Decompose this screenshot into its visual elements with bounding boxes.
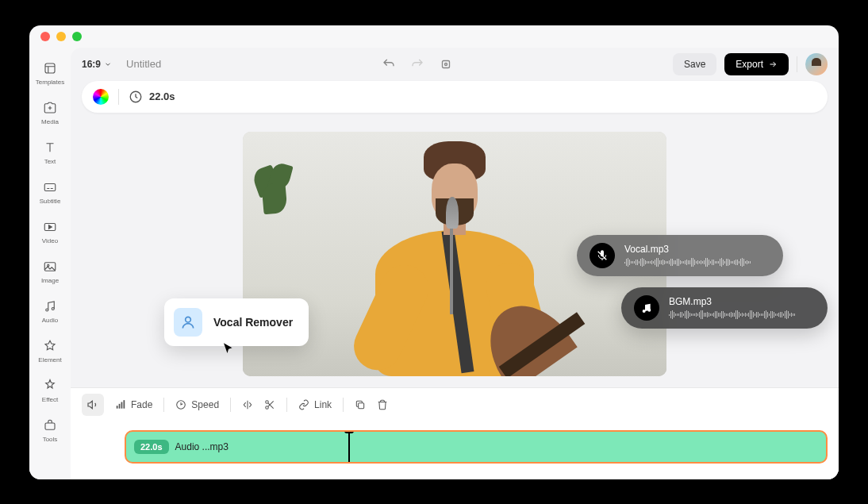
svg-point-5: [46, 309, 48, 311]
project-title[interactable]: Untitled: [126, 58, 161, 70]
export-label: Export: [735, 59, 763, 70]
sidebar-item-image[interactable]: Image: [29, 254, 71, 289]
sidebar-item-audio[interactable]: Audio: [29, 294, 71, 329]
sidebar-item-element[interactable]: Element: [29, 333, 71, 368]
svg-point-11: [186, 317, 191, 322]
waveform: [624, 258, 770, 267]
svg-point-20: [266, 406, 269, 410]
link-label: Link: [314, 399, 332, 410]
svg-point-19: [266, 401, 269, 404]
tools-icon: [42, 417, 58, 433]
divider: [797, 56, 797, 72]
templates-icon: [42, 60, 58, 76]
clip-name: Audio ...mp3: [175, 441, 229, 452]
sidebar-label: Templates: [36, 79, 64, 86]
sidebar-item-effect[interactable]: Effect: [29, 373, 71, 408]
duration-value: 22.0s: [149, 90, 175, 102]
tooltip-label: Vocal Remover: [213, 316, 293, 329]
vocal-track-pill[interactable]: Vocal.mp3: [577, 235, 783, 276]
speed-button[interactable]: Speed: [175, 399, 219, 410]
save-button[interactable]: Save: [673, 53, 716, 75]
speed-icon: [175, 399, 186, 410]
sidebar-label: Audio: [42, 317, 58, 324]
element-icon: [42, 338, 58, 354]
user-avatar[interactable]: [805, 53, 828, 75]
topbar: 16:9 Untitled Save Export: [71, 48, 839, 81]
cursor-icon: [221, 341, 236, 356]
export-button[interactable]: Export: [724, 53, 789, 75]
aspect-ratio-selector[interactable]: 16:9: [82, 59, 112, 70]
vocal-remover-tooltip[interactable]: Vocal Remover: [164, 298, 309, 346]
volume-button[interactable]: [82, 394, 104, 416]
svg-rect-0: [45, 63, 55, 73]
close-window-button[interactable]: [40, 32, 50, 41]
trash-icon: [377, 399, 388, 410]
playhead[interactable]: [348, 430, 350, 464]
clock-icon: [129, 90, 143, 104]
divider: [343, 398, 344, 412]
sidebar-label: Element: [38, 356, 61, 364]
music-icon: [634, 295, 659, 321]
svg-point-12: [643, 310, 646, 313]
speaker-icon: [86, 398, 99, 411]
delete-button[interactable]: [377, 399, 388, 410]
text-icon: [42, 140, 58, 156]
sidebar-label: Image: [41, 277, 59, 284]
divider: [163, 398, 164, 412]
media-icon: [42, 100, 58, 116]
undo-button[interactable]: [382, 57, 396, 71]
timeline[interactable]: 22.0s Audio ...mp3: [71, 422, 839, 479]
speed-label: Speed: [191, 399, 219, 410]
sidebar-item-tools[interactable]: Tools: [29, 413, 71, 448]
divider: [286, 398, 287, 412]
fade-icon: [115, 399, 126, 410]
crop-button[interactable]: [439, 57, 453, 71]
timeline-toolbar: Fade Speed Link: [71, 387, 839, 422]
sidebar-item-media[interactable]: Media: [29, 95, 71, 130]
fade-button[interactable]: Fade: [115, 399, 152, 410]
svg-point-6: [52, 307, 54, 310]
svg-rect-17: [124, 400, 125, 409]
aspect-ratio-value: 16:9: [82, 59, 101, 70]
bgm-track-pill[interactable]: BGM.mp3: [621, 287, 828, 329]
divider: [230, 398, 231, 412]
sidebar-label: Subtitle: [40, 198, 61, 205]
redo-button[interactable]: [410, 57, 424, 71]
svg-rect-21: [359, 403, 364, 409]
link-button[interactable]: Link: [298, 399, 332, 410]
svg-rect-8: [442, 60, 449, 67]
sidebar-label: Video: [42, 237, 58, 244]
link-icon: [298, 399, 309, 410]
copy-icon: [355, 399, 366, 410]
svg-point-13: [647, 308, 651, 311]
copy-button[interactable]: [355, 399, 366, 410]
svg-rect-15: [119, 404, 121, 409]
svg-point-9: [444, 63, 447, 65]
track-name: Vocal.mp3: [624, 244, 770, 255]
split-button[interactable]: [264, 399, 275, 410]
sidebar: Templates Media Text Subtitle Video Imag…: [29, 48, 71, 479]
minimize-window-button[interactable]: [56, 32, 66, 41]
sidebar-label: Text: [44, 158, 56, 165]
audio-icon: [42, 298, 58, 314]
svg-rect-16: [121, 402, 123, 409]
effect-icon: [42, 378, 58, 394]
sidebar-item-templates[interactable]: Templates: [29, 56, 71, 90]
svg-rect-14: [117, 406, 118, 409]
scissors-icon: [264, 399, 275, 410]
svg-rect-1: [44, 183, 56, 190]
sidebar-label: Media: [41, 118, 59, 125]
divider: [118, 89, 119, 105]
clip-time-badge: 22.0s: [134, 440, 169, 454]
mirror-button[interactable]: [242, 399, 253, 410]
image-icon: [42, 259, 58, 275]
audio-clip[interactable]: 22.0s Audio ...mp3: [125, 430, 828, 464]
sidebar-item-subtitle[interactable]: Subtitle: [29, 175, 71, 210]
sidebar-item-text[interactable]: Text: [29, 135, 71, 170]
titlebar: [29, 25, 839, 48]
sidebar-item-video[interactable]: Video: [29, 214, 71, 249]
color-picker[interactable]: [93, 89, 109, 105]
mirror-icon: [242, 399, 253, 410]
video-icon: [42, 219, 58, 235]
maximize-window-button[interactable]: [72, 32, 82, 41]
